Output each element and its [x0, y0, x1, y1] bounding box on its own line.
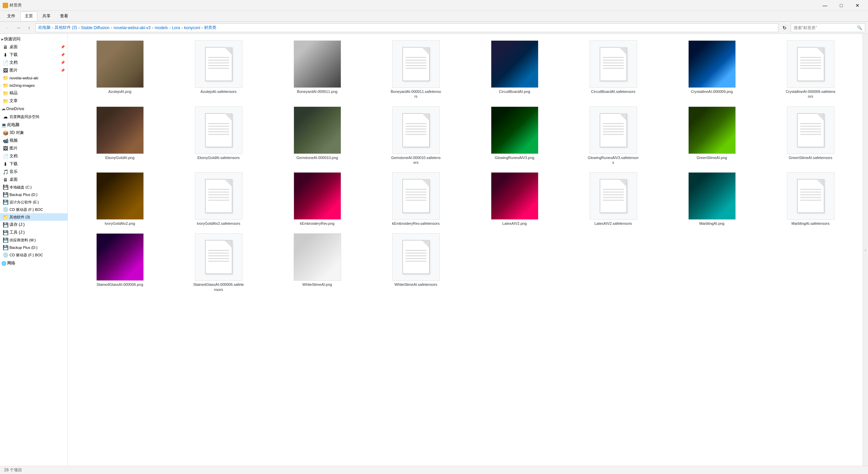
file-name: AzulejoAI.safetensors — [200, 89, 236, 94]
sidebar-item-download[interactable]: ⬇ 下载 📌 — [0, 51, 67, 59]
sidebar-item-novelai[interactable]: 📁 novelai-webui-aki — [0, 74, 67, 82]
file-item[interactable]: WhiteSlimeAI.safetensors — [368, 231, 464, 294]
path-materials[interactable]: 材质类 — [204, 25, 216, 31]
close-button[interactable]: ✕ — [850, 0, 865, 11]
file-item[interactable]: LatexAIV2.png — [467, 170, 563, 228]
f-drive2-icon: 💿 — [3, 252, 8, 258]
sidebar-item-j-drive[interactable]: 💾 谋存 (J:) — [0, 221, 67, 229]
sidebar-item-music[interactable]: 🎵 音乐 — [0, 168, 67, 176]
sidebar-item-baidu[interactable]: ☁ 百度网盘同步空间 — [0, 113, 67, 120]
3d-icon: 📦 — [3, 130, 8, 136]
file-item[interactable]: CrystallineAI-000009.png — [664, 38, 760, 101]
sidebar-item-d-drive2[interactable]: 💾 Backup Plus (D:) — [0, 244, 67, 251]
file-item[interactable]: IvoryGoldAlv2.png — [72, 170, 168, 228]
file-item[interactable]: GlowingRunesAIV3.png — [467, 104, 563, 167]
path-novel[interactable]: novelai-webui-aki-v3 — [114, 25, 151, 30]
onedrive-header[interactable]: ☁ OneDrive — [0, 105, 67, 112]
sidebar-item-documents[interactable]: 📄 文档 — [0, 152, 67, 160]
supplier-icon: 💾 — [3, 237, 8, 243]
file-thumbnail — [96, 106, 144, 154]
ribbon: 文件 主页 共享 查看 — [0, 11, 868, 22]
network-header[interactable]: 🌐 网络 — [0, 259, 67, 267]
file-item[interactable]: IvoryGoldAlv2.safetensors — [171, 170, 267, 228]
sidebar-item-txt2img[interactable]: 📁 txt2img-images — [0, 82, 67, 89]
back-button[interactable]: ← — [3, 23, 12, 33]
file-item[interactable]: AzulejoAI.safetensors — [171, 38, 267, 101]
file-item[interactable]: BoneyardAI-000011.png — [269, 38, 365, 101]
file-name: MarblingAI.safetensors — [791, 221, 830, 226]
file-icon-wrapper — [195, 40, 242, 88]
sidebar-item-f-drive[interactable]: 💿 CD 驱动器 (F:) BOC — [0, 206, 67, 213]
sidebar-item-images[interactable]: 🖼 图片 — [0, 144, 67, 152]
sidebar-item-other-software[interactable]: 📁 其他软件 (3) — [0, 213, 67, 221]
file-name: GemstoneAI-000010.png — [296, 155, 338, 160]
sidebar-item-supplier[interactable]: 💾 供应商资料 (M:) — [0, 236, 67, 244]
file-item[interactable]: GemstoneAI-000010.png — [269, 104, 365, 167]
file-thumbnail — [96, 172, 144, 220]
right-panel-toggle[interactable]: ‹ — [863, 34, 868, 466]
sidebar-item-e-drive[interactable]: 💾 设计办公软件 (E:) — [0, 198, 67, 206]
search-input[interactable] — [794, 25, 856, 30]
sidebar-item-desktop[interactable]: 🖥 桌面 📌 — [0, 43, 67, 51]
file-thumbnail — [294, 172, 341, 220]
refresh-button[interactable]: ↻ — [780, 23, 789, 33]
sidebar-item-docs[interactable]: 📄 文档 📌 — [0, 59, 67, 66]
ribbon-tab-view[interactable]: 查看 — [56, 12, 73, 21]
file-item[interactable]: WhiteSlimeAI.png — [269, 231, 365, 294]
file-item[interactable]: CrystallineAI-000009.safetensors — [763, 38, 859, 101]
sidebar-item-video[interactable]: 📹 视频 — [0, 137, 67, 144]
path-konyconi[interactable]: konyconi — [184, 25, 200, 30]
sidebar-item-articles[interactable]: 📁 文章 — [0, 97, 67, 105]
minimize-button[interactable]: — — [817, 0, 833, 11]
file-item[interactable]: EbonyGoldAI.png — [72, 104, 168, 167]
ribbon-tab-file[interactable]: 文件 — [3, 12, 20, 21]
path-lora[interactable]: Lora — [172, 25, 180, 30]
file-item[interactable]: StainedGlassAI-000006.png — [72, 231, 168, 294]
folder-icon-txt2img: 📁 — [3, 83, 8, 88]
ribbon-tab-home[interactable]: 主页 — [20, 12, 37, 21]
file-item[interactable]: GlowingRunesAIV3.safetensors — [565, 104, 661, 167]
forward-button[interactable]: → — [14, 23, 23, 33]
file-item[interactable]: AzulejoAI.png — [72, 38, 168, 101]
sidebar-item-d-drive[interactable]: 💾 Backup Plus (D:) — [0, 191, 67, 198]
file-item[interactable]: GreenSlimeAI.safetensors — [763, 104, 859, 167]
file-name: kEmbroideryRev.png — [300, 221, 335, 226]
this-pc-header[interactable]: 💻 此电脑 — [0, 121, 67, 129]
sidebar-item-c-drive[interactable]: 💾 本地磁盘 (C:) — [0, 183, 67, 191]
path-other[interactable]: 其他软件 (3) — [55, 25, 77, 31]
file-name: GreenSlimeAI.safetensors — [789, 155, 832, 160]
file-name: kEmbroideryRev.safetensors — [392, 221, 439, 226]
file-item[interactable]: kEmbroideryRev.png — [269, 170, 365, 228]
doc-icon — [205, 179, 232, 213]
path-pc[interactable]: 此电脑 — [38, 25, 51, 31]
sidebar-item-desktop2[interactable]: 🖥 桌面 — [0, 176, 67, 183]
path-models[interactable]: models — [155, 25, 168, 30]
sidebar-item-downloads[interactable]: ⬇ 下载 — [0, 160, 67, 168]
file-item[interactable]: StainedGlassAI-000006.safetensors — [171, 231, 267, 294]
path-sd[interactable]: Stable Diffusion — [81, 25, 110, 30]
title-bar-left: 材质类 — [3, 2, 22, 8]
sidebar-item-f-drive2[interactable]: 💿 CD 驱动器 (F:) BOC — [0, 251, 67, 259]
file-item[interactable]: CircuitBoardAI.png — [467, 38, 563, 101]
sidebar-item-tools[interactable]: 💾 工具 (J:) — [0, 229, 67, 236]
file-item[interactable]: EbonyGoldAI.safetensors — [171, 104, 267, 167]
quick-access-header[interactable]: ▸ 快速访问 — [0, 35, 67, 43]
file-item[interactable]: LatexAIV2.safetensors — [565, 170, 661, 228]
file-item[interactable]: GreenSlimeAI.png — [664, 104, 760, 167]
address-path[interactable]: 此电脑 › 其他软件 (3) › Stable Diffusion › nove… — [35, 23, 778, 32]
file-item[interactable]: GemstoneAI-000010.safetensors — [368, 104, 464, 167]
file-item[interactable]: MarblingAI.safetensors — [763, 170, 859, 228]
file-name: CircuitBoardAI.png — [499, 89, 530, 94]
file-thumbnail — [96, 233, 144, 281]
ribbon-tab-share[interactable]: 共享 — [38, 12, 55, 21]
maximize-button[interactable]: □ — [833, 0, 849, 11]
file-item[interactable]: kEmbroideryRev.safetensors — [368, 170, 464, 228]
up-button[interactable]: ↑ — [24, 23, 34, 33]
file-item[interactable]: BoneyardAI-000011.safetensors — [368, 38, 464, 101]
file-name: BoneyardAI-000011.safetensors — [391, 89, 441, 99]
sidebar-item-3d[interactable]: 📦 3D 对象 — [0, 129, 67, 137]
sidebar-item-pictures[interactable]: 🖼 图片 📌 — [0, 66, 67, 74]
file-item[interactable]: MarblingAI.png — [664, 170, 760, 228]
file-item[interactable]: CircuitBoardAI.safetensors — [565, 38, 661, 101]
sidebar-item-drafts[interactable]: 📁 稿品 — [0, 89, 67, 97]
